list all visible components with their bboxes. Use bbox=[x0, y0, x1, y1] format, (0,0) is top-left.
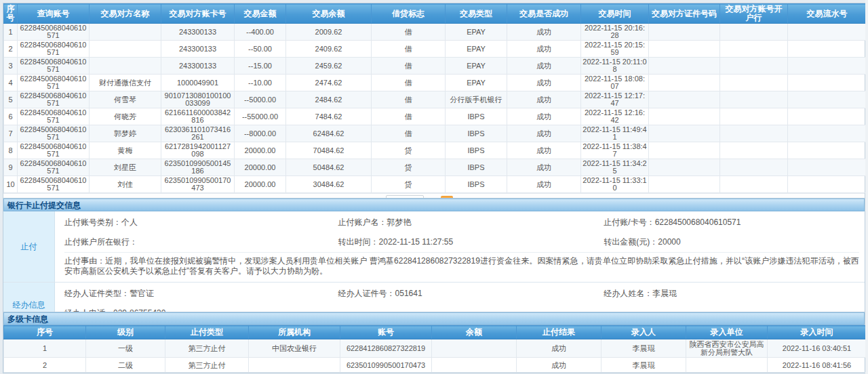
table-cell: 2022-11-15 20:15:59 bbox=[581, 41, 649, 58]
table-cell: 2022-11-15 11:33:10 bbox=[581, 176, 649, 193]
table-cell: --5000.00 bbox=[235, 91, 286, 108]
table-cell bbox=[720, 176, 788, 193]
table-cell: 2009.62 bbox=[286, 24, 372, 41]
field-account-name: 止付账户名：郭梦艳 bbox=[338, 217, 604, 228]
table-cell: 刘佳 bbox=[90, 176, 161, 193]
table-cell: 借 bbox=[372, 108, 446, 125]
table-cell: 2459.62 bbox=[286, 58, 372, 75]
stop-payment-section-title: 银行卡止付提交信息 bbox=[3, 199, 865, 211]
page-scrollbar-track[interactable] bbox=[865, 0, 868, 374]
col-stop-result: 止付结果 bbox=[517, 326, 601, 339]
table-cell bbox=[788, 58, 867, 75]
table-cell bbox=[649, 159, 720, 176]
col-entry-time: 录入时间 bbox=[768, 326, 867, 339]
stop-payment-panel: 银行卡止付提交信息 止付 止付账号类别：个人 止付账户名：郭梦艳 止付账/卡号：… bbox=[3, 198, 865, 328]
table-row: 96228450068040610571刘星臣62350109905001451… bbox=[4, 159, 867, 176]
table-cell: 陕西省西安市公安局高新分局刑警大队 bbox=[686, 339, 768, 358]
table-cell: 2022-11-15 11:34:25 bbox=[581, 159, 649, 176]
table-cell bbox=[720, 159, 788, 176]
table-cell bbox=[90, 58, 161, 75]
table-cell: 2 bbox=[4, 358, 86, 373]
table-cell bbox=[788, 142, 867, 159]
table-cell bbox=[788, 176, 867, 193]
table-cell: 6228450068040610571 bbox=[18, 108, 90, 125]
table-cell: 6228450068040610571 bbox=[18, 142, 90, 159]
table-cell bbox=[649, 58, 720, 75]
table-cell: 二级 bbox=[86, 358, 165, 373]
table-cell: 贷 bbox=[372, 176, 446, 193]
table-row: 1一级第三方止付中国农业银行6228412860827322819成功李晨琨陕西… bbox=[4, 339, 867, 358]
table-cell: 借 bbox=[372, 75, 446, 91]
table-cell: 刘星臣 bbox=[90, 159, 161, 176]
table-cell bbox=[788, 125, 867, 142]
table-cell: 6228450068040610571 bbox=[18, 176, 90, 193]
table-cell: 2022-11-15 20:16:28 bbox=[581, 24, 649, 41]
stop-payment-group-label: 止付 bbox=[3, 211, 55, 282]
field-account-category: 止付账号类别：个人 bbox=[64, 217, 338, 228]
table-cell: IBPS bbox=[446, 142, 507, 159]
table-cell: 6228450068040610571 bbox=[18, 125, 90, 142]
table-cell: 借 bbox=[372, 41, 446, 58]
col-seq: 序号 bbox=[4, 326, 86, 339]
col-entered-by: 录入人 bbox=[601, 326, 686, 339]
table-cell: 贷 bbox=[372, 159, 446, 176]
table-cell: 成功 bbox=[507, 159, 581, 176]
table-cell: 财付通微信支付 bbox=[90, 75, 161, 91]
table-cell: EPAY bbox=[446, 58, 507, 75]
transactions-table-header: 序号 查询账号 交易对方名称 交易对方账卡号 交易金额 交易余额 借贷标志 交易… bbox=[4, 4, 867, 24]
table-cell: 3 bbox=[4, 58, 18, 75]
table-cell bbox=[90, 41, 161, 58]
col-balance: 余额 bbox=[432, 326, 517, 339]
col-entry-unit: 录入单位 bbox=[686, 326, 768, 339]
table-cell: 2474.62 bbox=[286, 75, 372, 91]
field-row: 止付账户所在银行： 转出时间：2022-11-15 11:27:55 转出金额(… bbox=[55, 232, 865, 252]
table-cell: 6228412860827322819 bbox=[340, 339, 432, 358]
col-success: 交易是否成功 bbox=[507, 4, 581, 24]
table-cell bbox=[788, 75, 867, 91]
table-cell: 黄梅 bbox=[90, 142, 161, 159]
table-cell: 2022-11-16 03:40:51 bbox=[768, 339, 867, 358]
col-counterparty-name: 交易对方名称 bbox=[90, 4, 161, 24]
table-cell bbox=[788, 159, 867, 176]
table-cell: 2022-11-15 12:16:42 bbox=[581, 108, 649, 125]
table-cell bbox=[720, 41, 788, 58]
table-cell: 何晓芳 bbox=[90, 108, 161, 125]
table-row: 66228450068040610571何晓芳62166116000038428… bbox=[4, 108, 867, 125]
table-cell bbox=[720, 125, 788, 142]
table-cell: 9010713080100100033099 bbox=[161, 91, 235, 108]
table-cell bbox=[788, 108, 867, 125]
table-cell: EPAY bbox=[446, 24, 507, 41]
col-debit-credit-flag: 借贷标志 bbox=[372, 4, 446, 24]
table-cell: 成功 bbox=[507, 58, 581, 75]
field-account-bank: 止付账户所在银行： bbox=[64, 236, 338, 248]
table-cell: 2022-11-15 18:08:07 bbox=[581, 75, 649, 91]
table-cell bbox=[649, 108, 720, 125]
table-cell: 6235010990500170473 bbox=[340, 358, 432, 373]
table-cell bbox=[649, 91, 720, 108]
table-cell bbox=[432, 339, 517, 358]
table-cell: 贷 bbox=[372, 142, 446, 159]
field-transfer-amount: 转出金额(元)：20000 bbox=[604, 236, 865, 248]
table-cell bbox=[686, 358, 768, 373]
table-cell bbox=[720, 91, 788, 108]
table-row: 2二级第三方止付6235010990500170473成功李晨琨2022-11-… bbox=[4, 358, 867, 373]
table-cell: 何雪琴 bbox=[90, 91, 161, 108]
multi-card-panel: 多级卡信息 序号 级别 止付类型 所属机构 账号 余额 止付结果 录入人 录入单… bbox=[3, 312, 865, 373]
table-cell: 6228450068040610571 bbox=[18, 91, 90, 108]
transactions-table: 序号 查询账号 交易对方名称 交易对方账卡号 交易金额 交易余额 借贷标志 交易… bbox=[3, 3, 867, 193]
table-cell: 6228450068040610571 bbox=[18, 41, 90, 58]
table-cell bbox=[720, 108, 788, 125]
table-cell: 借 bbox=[372, 58, 446, 75]
table-cell bbox=[720, 24, 788, 41]
table-cell: 243300133 bbox=[161, 41, 235, 58]
table-cell: EPAY bbox=[446, 41, 507, 58]
col-counterparty-id: 交易对方证件号码 bbox=[649, 4, 720, 24]
table-row: 46228450068040610571财付通微信支付1000049901--1… bbox=[4, 75, 867, 91]
stop-payment-group: 止付 止付账号类别：个人 止付账户名：郭梦艳 止付账/卡号：6228450068… bbox=[3, 211, 865, 283]
col-time: 交易时间 bbox=[581, 4, 649, 24]
table-cell: 1 bbox=[4, 339, 86, 358]
col-stop-type: 止付类型 bbox=[165, 326, 249, 339]
table-cell: 6228450068040610571 bbox=[18, 75, 90, 91]
table-cell: 2022-11-15 12:17:47 bbox=[581, 91, 649, 108]
col-level: 级别 bbox=[86, 326, 165, 339]
